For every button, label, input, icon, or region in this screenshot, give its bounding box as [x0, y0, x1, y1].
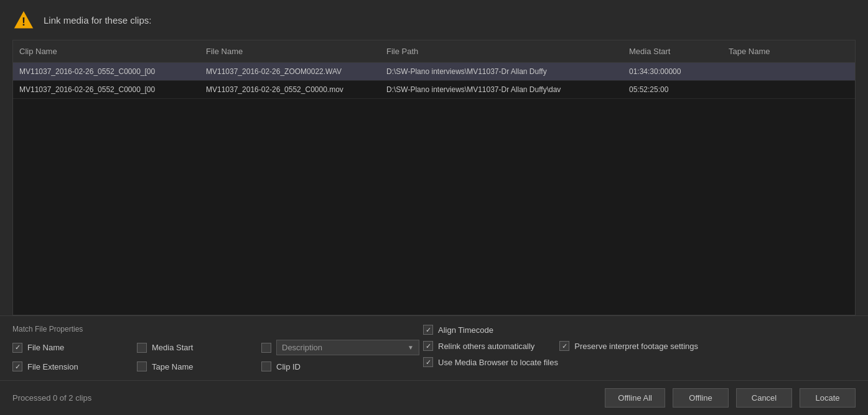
checkbox-relink-others[interactable]: [423, 341, 433, 351]
right-options: Align Timecode Relink others automatical…: [423, 325, 856, 371]
chevron-down-icon: ▼: [408, 344, 414, 351]
checkbox-media-start-label: Media Start: [152, 343, 193, 352]
col-header-file-name: File Name: [200, 44, 380, 58]
checkbox-row-1: File Name Media Start Description ▼: [12, 340, 423, 355]
preserve-interpret-container: Preserve interpret footage settings: [559, 341, 698, 351]
offline-all-button[interactable]: Offline All: [605, 388, 665, 408]
col-header-media-start: Media Start: [623, 44, 722, 58]
table-body: MV11037_2016-02-26_0552_C0000_[00 MV1103…: [13, 63, 855, 315]
description-dropdown-container: Description ▼: [261, 340, 419, 355]
dialog-header: ! Link media for these clips:: [0, 0, 868, 40]
cell-file-path-1: D:\SW-Plano interviews\MV11037-Dr Allan …: [380, 63, 623, 80]
cell-file-path-2: D:\SW-Plano interviews\MV11037-Dr Allan …: [380, 81, 623, 98]
use-media-browser-row: Use Media Browser to locate files: [423, 357, 856, 367]
checkbox-clip-id[interactable]: [261, 361, 271, 371]
checkbox-clip-id-container: Clip ID: [261, 361, 301, 371]
checkbox-file-extension-label: File Extension: [27, 362, 78, 371]
processed-text: Processed 0 of 2 clips: [12, 393, 605, 403]
description-dropdown[interactable]: Description ▼: [276, 340, 419, 355]
use-media-browser-label: Use Media Browser to locate files: [438, 358, 558, 367]
right-checkboxes: Align Timecode Relink others automatical…: [423, 325, 856, 367]
footer-buttons: Offline All Offline Cancel Locate: [605, 388, 856, 408]
relink-preserve-row: Relink others automatically Preserve int…: [423, 341, 856, 351]
table-header: Clip Name File Name File Path Media Star…: [13, 40, 855, 63]
options-section: Match File Properties File Name Media St…: [0, 315, 868, 380]
checkbox-preserve-interpret[interactable]: [559, 341, 569, 351]
cell-tape-name-2: [722, 85, 803, 94]
checkbox-align-timecode[interactable]: [423, 325, 433, 335]
left-options: Match File Properties File Name Media St…: [12, 325, 423, 371]
cell-media-start-2: 05:52:25:00: [623, 81, 722, 98]
checkbox-description[interactable]: [261, 343, 271, 353]
checkbox-media-start-container: Media Start: [137, 343, 261, 353]
col-header-tape-name: Tape Name: [722, 44, 803, 58]
relink-others-label: Relink others automatically: [438, 342, 534, 351]
cell-file-name-2: MV11037_2016-02-26_0552_C0000.mov: [200, 81, 380, 98]
checkbox-file-name[interactable]: [12, 343, 22, 353]
cell-tape-name-1: [722, 67, 803, 76]
checkbox-tape-name-label: Tape Name: [152, 362, 193, 371]
align-timecode-row: Align Timecode: [423, 325, 856, 335]
header-text: Link media for these clips:: [44, 15, 151, 26]
cell-clip-name-1: MV11037_2016-02-26_0552_C0000_[00: [13, 63, 200, 80]
link-media-dialog: ! Link media for these clips: Clip Name …: [0, 0, 868, 415]
cell-file-name-1: MV11037_2016-02-26_ZOOM0022.WAV: [200, 63, 380, 80]
cancel-button[interactable]: Cancel: [736, 388, 792, 408]
checkbox-use-media-browser[interactable]: [423, 357, 433, 367]
checkbox-file-extension[interactable]: [12, 361, 22, 371]
checkbox-row-2: File Extension Tape Name Clip ID: [12, 361, 423, 371]
col-header-clip-name: Clip Name: [13, 44, 200, 58]
table-row[interactable]: MV11037_2016-02-26_0552_C0000_[00 MV1103…: [13, 81, 855, 99]
align-timecode-label: Align Timecode: [438, 325, 493, 335]
checkbox-tape-name-container: Tape Name: [137, 361, 261, 371]
cell-media-start-1: 01:34:30:00000: [623, 63, 722, 80]
svg-text:!: !: [22, 16, 26, 28]
offline-button[interactable]: Offline: [673, 388, 729, 408]
options-row: Match File Properties File Name Media St…: [12, 325, 856, 371]
clips-table-container: Clip Name File Name File Path Media Star…: [12, 40, 856, 315]
dialog-footer: Processed 0 of 2 clips Offline All Offli…: [0, 380, 868, 415]
relink-others-container: Relink others automatically: [423, 341, 534, 351]
checkbox-file-name-label: File Name: [27, 343, 64, 352]
locate-button[interactable]: Locate: [800, 388, 856, 408]
checkbox-media-start[interactable]: [137, 343, 147, 353]
cell-clip-name-2: MV11037_2016-02-26_0552_C0000_[00: [13, 81, 200, 98]
col-header-file-path: File Path: [380, 44, 623, 58]
table-row[interactable]: MV11037_2016-02-26_0552_C0000_[00 MV1103…: [13, 63, 855, 81]
checkbox-file-name-container: File Name: [12, 343, 137, 353]
match-file-properties-label: Match File Properties: [12, 325, 423, 333]
warning-icon: !: [12, 9, 35, 31]
checkbox-clip-id-label: Clip ID: [276, 362, 301, 371]
checkbox-tape-name[interactable]: [137, 361, 147, 371]
preserve-interpret-label: Preserve interpret footage settings: [574, 342, 698, 351]
checkbox-file-extension-container: File Extension: [12, 361, 137, 371]
description-dropdown-value: Description: [282, 343, 322, 352]
